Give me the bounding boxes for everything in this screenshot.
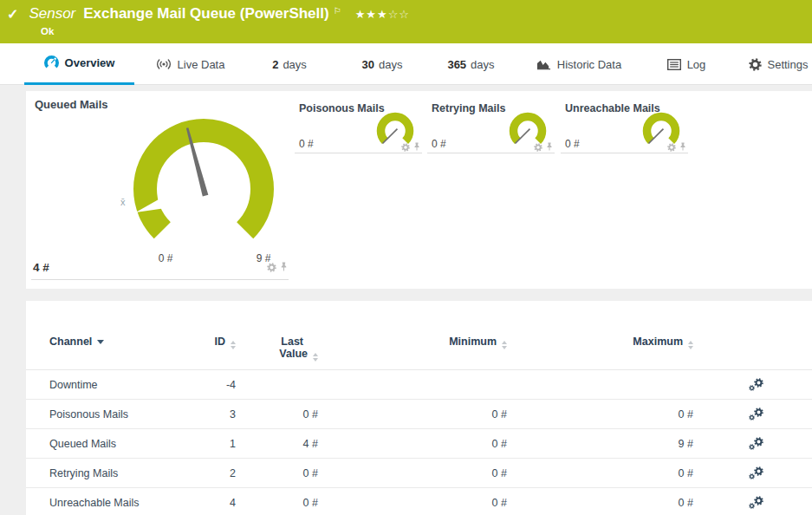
tab-30-days[interactable]: 30 days xyxy=(347,43,418,85)
channel-last-value: 0 # xyxy=(236,497,318,509)
channel-name[interactable]: Queued Mails xyxy=(49,438,179,450)
sensor-header-bar: ✓ Sensor Exchange Mail Queue (PowerShell… xyxy=(0,0,812,43)
column-header-maximum[interactable]: Maximum xyxy=(507,336,693,349)
channel-name[interactable]: Downtime xyxy=(49,379,179,391)
channel-name[interactable]: Retrying Mails xyxy=(49,467,179,479)
divider xyxy=(31,279,289,280)
tab-bar: Overview Live Data 2 days 30 days 365 da… xyxy=(0,43,812,85)
channel-last-value: 4 # xyxy=(236,438,318,450)
small-gauge-poisonous: Poisonous Mails 0 # xyxy=(295,97,425,159)
gear-icon[interactable] xyxy=(534,143,542,152)
pin-icon[interactable] xyxy=(413,142,420,152)
channel-last-value: 0 # xyxy=(236,467,318,479)
pin-icon[interactable] xyxy=(280,262,288,272)
average-marker-label: x̄ xyxy=(120,197,126,207)
gauges-panel: Queued Mails x̄ 0 # 9 # 4 # Poisonous Ma… xyxy=(26,91,812,289)
table-row: Poisonous Mails 3 0 # 0 # 0 # xyxy=(26,400,812,429)
small-gauge-unreachable: Unreachable Mails 0 # xyxy=(561,97,691,159)
channel-settings-icon[interactable] xyxy=(748,407,764,421)
channel-minimum: 0 # xyxy=(318,408,507,420)
column-header-channel[interactable]: Channel xyxy=(49,336,179,348)
small-gauge-title: Poisonous Mails xyxy=(299,102,385,114)
gear-icon[interactable] xyxy=(267,263,276,272)
gear-icon[interactable] xyxy=(401,143,410,152)
tab-settings[interactable]: Settings xyxy=(738,43,812,85)
sensor-title-row: ✓ Sensor Exchange Mail Queue (PowerShell… xyxy=(7,5,410,23)
channel-id: 2 xyxy=(179,467,236,479)
primary-gauge-min-label: 0 # xyxy=(143,252,188,264)
tab-log-label: Log xyxy=(687,58,706,71)
tab-30-days-number: 30 xyxy=(362,58,374,71)
primary-gauge-controls xyxy=(267,262,288,272)
stars-filled[interactable]: ★★★ xyxy=(355,8,388,21)
channel-settings-icon[interactable] xyxy=(748,437,764,451)
status-ok-check-icon: ✓ xyxy=(7,6,18,23)
tab-overview[interactable]: Overview xyxy=(24,43,134,85)
object-kind-label: Sensor xyxy=(29,5,75,23)
tab-2-days[interactable]: 2 days xyxy=(256,43,323,85)
table-row: Queued Mails 1 4 # 0 # 9 # xyxy=(26,429,812,459)
channel-settings-icon[interactable] xyxy=(748,378,764,392)
tab-30-days-label: days xyxy=(379,58,402,71)
divider xyxy=(295,153,422,153)
small-gauge-value: 0 # xyxy=(299,138,314,150)
channel-minimum: 0 # xyxy=(318,497,507,509)
channel-maximum: 0 # xyxy=(507,467,693,479)
tab-live-data-label: Live Data xyxy=(178,58,225,71)
tab-365-days-number: 365 xyxy=(447,58,466,71)
divider xyxy=(427,153,555,153)
tab-log[interactable]: Log xyxy=(657,43,716,85)
column-header-id[interactable]: ID xyxy=(179,336,236,349)
channel-maximum: 9 # xyxy=(507,438,693,450)
channel-last-value: 0 # xyxy=(236,408,318,420)
status-badge: Ok xyxy=(41,26,54,36)
tab-live-data[interactable]: Live Data xyxy=(140,43,240,85)
tab-365-days-label: days xyxy=(471,58,494,71)
channel-settings-icon[interactable] xyxy=(748,466,764,480)
channel-id: 4 xyxy=(179,497,236,509)
gear-icon xyxy=(749,58,762,71)
sort-icon xyxy=(313,353,318,362)
primary-gauge-title: Queued Mails xyxy=(35,98,108,111)
pin-icon[interactable] xyxy=(679,142,686,152)
tab-overview-label: Overview xyxy=(65,56,115,69)
divider xyxy=(561,153,688,153)
column-header-minimum[interactable]: Minimum xyxy=(318,336,507,349)
tab-historic-data[interactable]: Historic Data xyxy=(522,43,636,85)
primary-gauge xyxy=(117,102,290,276)
tab-365-days[interactable]: 365 days xyxy=(430,43,512,85)
channel-maximum: 0 # xyxy=(507,408,693,420)
channel-minimum: 0 # xyxy=(318,438,507,450)
small-gauge-value: 0 # xyxy=(565,138,580,150)
sort-icon xyxy=(688,341,693,349)
live-signal-icon xyxy=(156,57,172,71)
channel-id: 3 xyxy=(179,408,236,420)
tab-settings-label: Settings xyxy=(768,58,809,71)
table-header-row: Channel ID Last Value Minimum Maximum xyxy=(26,301,812,370)
channel-id: -4 xyxy=(179,379,236,391)
small-gauge-controls xyxy=(401,142,420,152)
channel-maximum: 0 # xyxy=(507,497,693,509)
prtg-sensor-page: ✓ Sensor Exchange Mail Queue (PowerShell… xyxy=(0,0,812,515)
area-chart-icon xyxy=(536,58,551,70)
channel-name[interactable]: Poisonous Mails xyxy=(49,408,179,420)
channel-settings-icon[interactable] xyxy=(748,496,764,510)
table-row: Unreachable Mails 4 0 # 0 # 0 # xyxy=(26,488,812,515)
tab-2-days-number: 2 xyxy=(272,58,278,71)
stars-empty[interactable]: ☆☆ xyxy=(388,8,410,21)
tab-2-days-label: days xyxy=(283,58,306,71)
page-title: Exchange Mail Queue (PowerShell) xyxy=(83,5,328,23)
flag-icon[interactable]: ⚐ xyxy=(334,6,341,16)
channel-minimum: 0 # xyxy=(318,467,507,479)
pin-icon[interactable] xyxy=(546,142,553,152)
gauge-icon xyxy=(44,55,59,70)
channels-table-panel: Channel ID Last Value Minimum Maximum Do… xyxy=(26,301,812,515)
small-gauge-controls xyxy=(667,142,686,152)
gear-icon[interactable] xyxy=(667,143,676,152)
channel-name[interactable]: Unreachable Mails xyxy=(49,497,179,509)
column-header-last-value[interactable]: Last Value xyxy=(236,336,318,362)
tab-historic-data-label: Historic Data xyxy=(557,58,621,71)
table-row: Retrying Mails 2 0 # 0 # 0 # xyxy=(26,459,812,488)
priority-rating[interactable]: ★★★☆☆ xyxy=(355,8,410,21)
table-row: Downtime -4 xyxy=(26,370,812,400)
